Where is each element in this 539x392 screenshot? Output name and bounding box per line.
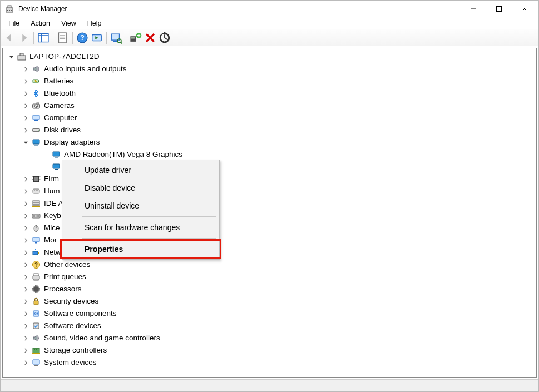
back-button[interactable] bbox=[3, 31, 16, 44]
tree-category[interactable]: Cameras bbox=[5, 100, 536, 112]
svg-rect-1 bbox=[8, 6, 11, 8]
tree-category[interactable]: Disk drives bbox=[5, 124, 536, 136]
context-menu-item[interactable]: Scan for hardware changes bbox=[63, 219, 218, 236]
context-menu-item[interactable]: Properties bbox=[63, 240, 218, 258]
tree-item-label: Bluetooth bbox=[43, 87, 77, 100]
chevron-right-icon[interactable] bbox=[22, 77, 29, 85]
context-menu-item[interactable]: Update driver bbox=[63, 161, 218, 179]
monitor-icon bbox=[32, 236, 41, 245]
tree-category[interactable]: Print queues bbox=[5, 271, 536, 283]
chevron-down-icon[interactable] bbox=[7, 53, 15, 61]
chevron-down-icon[interactable] bbox=[22, 138, 29, 146]
tree-category[interactable]: Display adapters bbox=[5, 136, 536, 148]
chevron-right-icon[interactable] bbox=[22, 126, 29, 134]
menu-file[interactable]: File bbox=[3, 18, 25, 28]
show-hide-tree-button[interactable] bbox=[37, 31, 50, 44]
svg-rect-35 bbox=[38, 81, 39, 82]
svg-rect-69 bbox=[33, 215, 34, 216]
properties-button[interactable] bbox=[56, 31, 70, 44]
close-button[interactable] bbox=[512, 1, 537, 17]
keyboard-icon bbox=[32, 211, 41, 220]
context-menu-separator bbox=[82, 216, 216, 217]
chevron-right-icon[interactable] bbox=[22, 236, 29, 244]
tree-category[interactable]: Storage controllers bbox=[5, 344, 536, 356]
context-menu-item[interactable]: Uninstall device bbox=[63, 197, 218, 215]
display-adapter-icon bbox=[32, 138, 41, 147]
tree-category[interactable]: Software components bbox=[5, 307, 536, 320]
scan-hardware-button[interactable] bbox=[110, 31, 123, 44]
svg-rect-90 bbox=[34, 287, 38, 291]
svg-rect-24 bbox=[131, 37, 135, 37]
svg-rect-117 bbox=[34, 365, 38, 366]
chevron-right-icon[interactable] bbox=[22, 261, 29, 269]
tree-root[interactable]: LAPTOP-7ADCLT2D bbox=[5, 51, 536, 63]
chevron-right-icon[interactable] bbox=[22, 90, 29, 97]
tree-category[interactable]: Bluetooth bbox=[5, 87, 536, 100]
minimize-button[interactable] bbox=[461, 1, 486, 17]
chevron-right-icon[interactable] bbox=[22, 297, 29, 305]
security-device-icon bbox=[32, 297, 41, 306]
chevron-right-icon[interactable] bbox=[22, 65, 29, 73]
add-legacy-hardware-button[interactable] bbox=[129, 31, 142, 44]
tree-category[interactable]: Computer bbox=[5, 112, 536, 124]
chevron-right-icon[interactable] bbox=[22, 212, 29, 220]
svg-point-43 bbox=[38, 130, 39, 131]
menu-action[interactable]: Action bbox=[25, 18, 56, 28]
svg-rect-77 bbox=[37, 216, 38, 217]
tree-item-label: LAPTOP-7ADCLT2D bbox=[28, 51, 101, 63]
svg-rect-88 bbox=[34, 274, 38, 276]
mouse-icon bbox=[32, 224, 41, 232]
svg-rect-68 bbox=[32, 214, 40, 218]
chevron-right-icon[interactable] bbox=[22, 249, 29, 256]
svg-rect-4 bbox=[11, 10, 12, 11]
chevron-right-icon[interactable] bbox=[22, 346, 29, 354]
help-button[interactable]: ? bbox=[76, 31, 89, 44]
tree-category[interactable]: Audio inputs and outputs bbox=[5, 63, 536, 75]
svg-rect-75 bbox=[34, 216, 36, 217]
chevron-right-icon[interactable] bbox=[22, 273, 29, 281]
chevron-right-icon[interactable] bbox=[22, 114, 29, 122]
menu-help[interactable]: Help bbox=[82, 18, 107, 28]
menubar: File Action View Help bbox=[1, 17, 538, 29]
chevron-right-icon[interactable] bbox=[22, 359, 29, 366]
software-device-icon bbox=[32, 321, 41, 330]
tree-item-label: AMD Radeon(TM) Vega 8 Graphics bbox=[63, 148, 184, 161]
action-button[interactable] bbox=[90, 31, 103, 44]
tree-category[interactable]: System devices bbox=[5, 356, 536, 369]
chevron-right-icon[interactable] bbox=[22, 285, 29, 293]
tree-device[interactable]: AMD Radeon(TM) Vega 8 Graphics bbox=[5, 148, 536, 161]
chevron-right-icon[interactable] bbox=[22, 322, 29, 330]
tree-category[interactable]: Sound, video and game controllers bbox=[5, 332, 536, 344]
chevron-right-icon[interactable] bbox=[22, 175, 29, 183]
toolbar-separator bbox=[33, 32, 34, 44]
forward-button[interactable] bbox=[17, 31, 31, 44]
tree-item-label: Audio inputs and outputs bbox=[43, 63, 128, 75]
uninstall-button[interactable] bbox=[144, 31, 157, 44]
chevron-right-icon[interactable] bbox=[22, 102, 29, 110]
chevron-right-icon[interactable] bbox=[22, 200, 29, 207]
tree-category[interactable]: Software devices bbox=[5, 320, 536, 332]
tree-category[interactable]: Security devices bbox=[5, 295, 536, 307]
svg-rect-84 bbox=[38, 252, 39, 254]
other-device-icon: ? bbox=[32, 260, 41, 269]
maximize-button[interactable] bbox=[486, 1, 512, 17]
tree-category[interactable]: Batteries bbox=[5, 75, 536, 87]
tree-category[interactable]: ?Other devices bbox=[5, 259, 536, 271]
svg-rect-71 bbox=[36, 215, 37, 216]
svg-rect-48 bbox=[53, 164, 60, 168]
svg-rect-73 bbox=[38, 215, 39, 216]
tree-item-label: Firm bbox=[43, 173, 60, 185]
chevron-right-icon[interactable] bbox=[22, 187, 29, 195]
update-driver-button[interactable] bbox=[158, 31, 171, 44]
toolbar-separator bbox=[53, 32, 53, 44]
chevron-right-icon[interactable] bbox=[22, 224, 29, 232]
svg-point-39 bbox=[36, 106, 37, 107]
svg-rect-76 bbox=[36, 216, 37, 217]
tree-category[interactable]: Processors bbox=[5, 283, 536, 295]
menu-view[interactable]: View bbox=[56, 18, 82, 28]
svg-rect-32 bbox=[18, 56, 26, 60]
chevron-right-icon[interactable] bbox=[22, 334, 29, 342]
context-menu-item[interactable]: Disable device bbox=[63, 179, 218, 197]
svg-rect-46 bbox=[53, 152, 60, 156]
chevron-right-icon[interactable] bbox=[22, 310, 29, 317]
